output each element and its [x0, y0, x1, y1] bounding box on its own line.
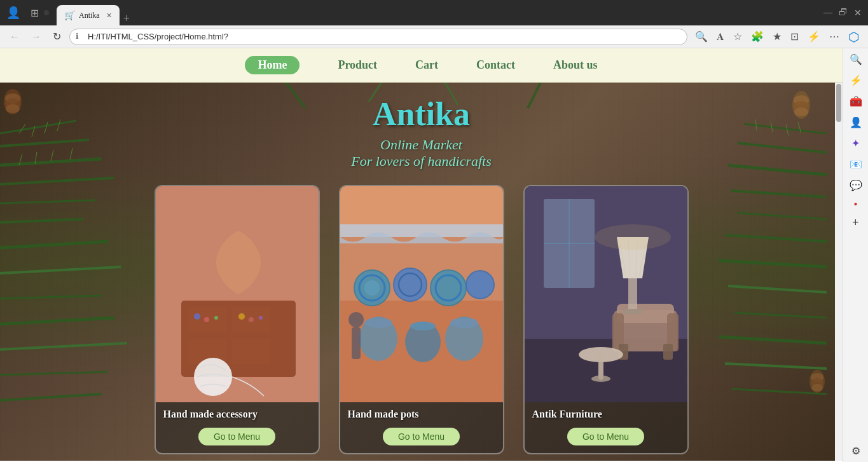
product-card-1: Hand made accessory Go to Menu — [155, 185, 320, 454]
minimize-button[interactable]: — — [823, 8, 832, 18]
browser-avatar-icon[interactable]: 👤 — [6, 6, 20, 20]
maximize-button[interactable]: 🗗 — [839, 8, 848, 18]
active-tab[interactable]: 🛒 Antika ✕ — [57, 5, 120, 25]
svg-rect-103 — [623, 309, 642, 314]
hero-subtitle-line2: For lovers of handicrafts — [351, 153, 492, 170]
card-button-wrap-3: Go to Menu — [525, 424, 687, 453]
navigation-bar: Home Product Cart Contact About us — [0, 48, 843, 83]
tab-close-button[interactable]: ✕ — [106, 11, 112, 20]
sidebar-person-icon[interactable]: 👤 — [850, 116, 862, 128]
bookmark-icon[interactable]: ☆ — [731, 29, 745, 44]
card-button-1[interactable]: Go to Menu — [198, 428, 275, 445]
card-button-2[interactable]: Go to Menu — [383, 428, 460, 445]
product-card-2: Hand made pots Go to Menu — [339, 185, 504, 454]
hero-subtitle: Online Market For lovers of handicrafts — [351, 137, 492, 170]
svg-point-62 — [238, 313, 245, 320]
card-label-1: Hand made accessory — [156, 402, 319, 424]
card-label-3: Antik Furniture — [525, 402, 687, 424]
zoom-icon[interactable]: 🔍 — [692, 29, 710, 44]
svg-point-59 — [194, 313, 200, 320]
hero-subtitle-line1: Online Market — [351, 137, 492, 153]
svg-point-60 — [204, 317, 209, 322]
svg-point-64 — [259, 316, 263, 320]
sidebar-copilot-icon[interactable]: ✦ — [851, 137, 860, 149]
svg-rect-68 — [340, 186, 503, 224]
card-label-2: Hand made pots — [340, 402, 503, 424]
svg-point-61 — [214, 316, 218, 320]
nav-item-home[interactable]: Home — [245, 56, 300, 74]
svg-point-63 — [249, 317, 254, 322]
card-button-wrap-2: Go to Menu — [340, 424, 503, 453]
hero-section: Antika Online Market For lovers of handi… — [0, 83, 843, 461]
svg-point-65 — [194, 358, 232, 396]
scrollbar-track[interactable] — [835, 83, 843, 461]
browser-tabs: 🛒 Antika ✕ + — [57, 0, 818, 25]
card-image-2 — [340, 186, 503, 402]
nav-item-about[interactable]: About us — [553, 58, 598, 72]
product-card-3: Antik Furniture Go to Menu — [523, 185, 689, 454]
tab-title: Antika — [79, 11, 100, 20]
svg-point-71 — [364, 280, 380, 296]
address-bar-row: ← → ↻ ℹ 🔍 𝐀 ☆ 🧩 ★ ⊡ ⚡ ⋯ ⬡ — [0, 25, 868, 48]
sidebar-search-icon[interactable]: 🔍 — [850, 53, 862, 65]
refresh-button[interactable]: ↻ — [50, 29, 64, 44]
sidebar-add-icon[interactable]: + — [852, 216, 858, 229]
svg-point-78 — [364, 318, 392, 328]
svg-point-80 — [410, 322, 436, 330]
sidebar-right: 🔍 ⚡ 🧰 👤 ✦ 📧 💬 ● + ⚙ — [843, 48, 868, 462]
reading-mode-icon[interactable]: 𝐀 — [714, 30, 727, 44]
edge-bar-icon[interactable]: ⚡ — [805, 29, 823, 44]
svg-point-76 — [466, 271, 494, 299]
svg-rect-58 — [232, 339, 270, 364]
sidebar-teams-icon[interactable]: 💬 — [850, 179, 862, 191]
card-button-3[interactable]: Go to Menu — [567, 428, 644, 445]
favorites-icon[interactable]: ★ — [770, 29, 784, 44]
svg-rect-97 — [663, 344, 673, 360]
extensions-icon[interactable]: 🧩 — [748, 29, 766, 44]
nav-item-cart[interactable]: Cart — [415, 58, 438, 72]
browser-chrome: 👤 ⊞ 🛒 Antika ✕ + — 🗗 ✕ — [0, 0, 868, 25]
svg-point-108 — [595, 224, 671, 250]
svg-rect-102 — [628, 278, 637, 310]
sidebar-toolbox-icon[interactable]: 🧰 — [850, 95, 862, 107]
sidebar-notification-dot: ● — [853, 200, 857, 207]
cards-container: Hand made accessory Go to Menu — [155, 185, 689, 461]
nav-item-contact[interactable]: Contact — [476, 58, 515, 72]
info-icon: ℹ — [76, 32, 79, 41]
svg-point-83 — [348, 312, 364, 327]
card-button-wrap-1: Go to Menu — [156, 424, 319, 453]
sidebar-settings-icon[interactable]: ⚙ — [851, 445, 860, 457]
edge-logo-icon: ⬡ — [846, 28, 862, 46]
more-options-icon[interactable]: ⋯ — [827, 29, 842, 44]
card-image-1 — [156, 186, 319, 402]
card-image-3 — [525, 186, 687, 402]
nav-item-product[interactable]: Product — [338, 58, 377, 72]
svg-point-82 — [450, 318, 478, 328]
forward-button[interactable]: → — [28, 30, 45, 44]
collections-icon[interactable]: ⊡ — [788, 29, 801, 44]
address-input[interactable] — [69, 29, 687, 45]
sidebar-outlook-icon[interactable]: 📧 — [850, 158, 862, 170]
browser-layout: Home Product Cart Contact About us — [0, 48, 868, 462]
toolbar-icons: 🔍 𝐀 ☆ 🧩 ★ ⊡ ⚡ ⋯ ⬡ — [692, 28, 862, 46]
address-bar-container: ℹ — [69, 29, 687, 45]
tab-groups-icon[interactable]: ⊞ — [31, 7, 39, 19]
tab-favicon: 🛒 — [64, 10, 75, 21]
sidebar-edge-icon[interactable]: ⚡ — [850, 74, 862, 86]
new-tab-button[interactable]: + — [120, 12, 134, 25]
web-content: Home Product Cart Contact About us — [0, 48, 843, 462]
close-window-button[interactable]: ✕ — [854, 8, 862, 18]
scrollbar-thumb[interactable] — [836, 84, 841, 122]
hero-title: Antika — [373, 95, 470, 133]
back-button[interactable]: ← — [6, 30, 23, 44]
svg-rect-84 — [352, 327, 361, 359]
svg-point-100 — [591, 376, 610, 382]
